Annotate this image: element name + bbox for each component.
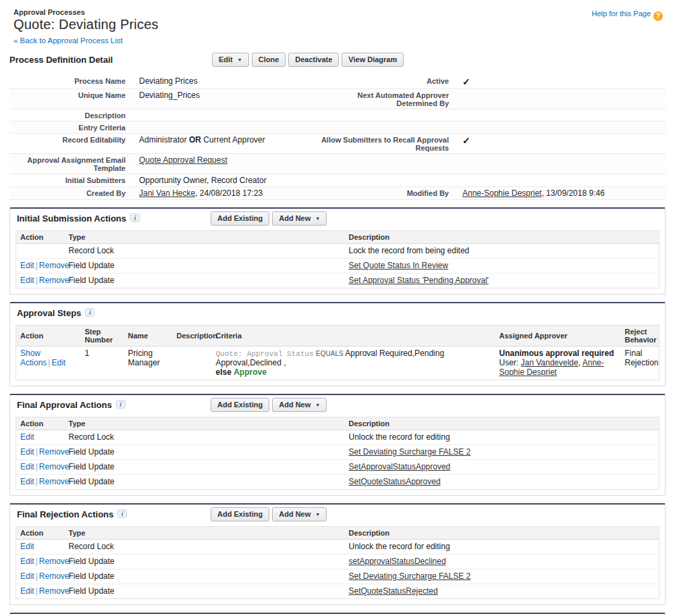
add-new-button[interactable]: Add New▼ [272,211,327,226]
created-by-value: Jani Van Hecke, 24/08/2018 17:23 [134,188,317,198]
column-header-assigned-approver: Assigned Approver [495,326,621,346]
action-description-link[interactable]: Set Approval Status 'Pending Approval' [349,276,489,285]
field-label: Description [9,111,134,120]
field-label: Active [317,76,457,85]
detail-button-group: Edit▼CloneDeactivateView Diagram [212,53,406,67]
action-description-link[interactable]: Set Deviating Surcharge FALSE 2 [349,447,471,457]
remove-link[interactable]: Remove [39,447,70,457]
column-header-name: Name [124,326,173,346]
field-row: Process Name Deviating Prices Active ✓ [9,75,666,89]
created-by-user-link[interactable]: Jani Van Hecke [139,188,195,198]
field-row: Created By Jani Van Hecke, 24/08/2018 17… [9,187,666,200]
action-type: Field Update [65,274,345,288]
field-label: Approval Assignment Email Template [9,155,134,172]
edit-link[interactable]: Edit [20,462,34,471]
action-description-link[interactable]: Set Quote Status In Review [349,261,448,270]
field-label: Record Editability [9,135,134,144]
column-header-description: Description [345,527,659,540]
column-header-action: Action [16,527,65,540]
info-icon[interactable]: i [85,308,94,317]
remove-link[interactable]: Remove [39,462,70,471]
help-link[interactable]: Help for this Page [592,9,651,18]
remove-link[interactable]: Remove [39,571,70,581]
action-type: Field Update [65,460,345,475]
unique-name-value: Deviating_Prices [134,91,317,100]
table-row: Show Actions|Edit 1 Pricing Manager Quot… [16,346,659,380]
page: Approval Processes Quote: Deviating Pric… [0,0,675,616]
field-label: Initial Submitters [9,176,134,184]
field-row: Unique Name Deviating_Prices Next Automa… [9,89,666,109]
process-definition-detail-section: Process Definition Detail Edit▼CloneDeac… [9,55,666,200]
action-description-link[interactable]: Set Deviating Surcharge FALSE 2 [349,571,471,581]
action-type: Field Update [65,259,345,274]
remove-link[interactable]: Remove [39,261,70,270]
help-question-icon[interactable]: ? [653,11,663,21]
clone-button[interactable]: Clone [252,53,286,67]
view-diagram-button[interactable]: View Diagram [342,53,404,67]
edit-button[interactable]: Edit▼ [212,53,249,67]
edit-link[interactable]: Edit [20,432,34,442]
edit-link[interactable]: Edit [20,586,34,596]
action-type: Record Lock [65,430,345,445]
column-header-type: Type [65,231,345,244]
column-header-action: Action [16,417,65,430]
page-title: Quote: Deviating Prices [14,17,666,32]
field-row: Entry Criteria [9,122,666,134]
field-label: Modified By [317,188,457,197]
approval-steps-panel: Approval Stepsi Action Step Number Name … [9,302,666,386]
add-new-button[interactable]: Add New▼ [272,507,327,521]
final-rejection-actions-panel: Final Rejection Actionsi Add ExistingAdd… [9,503,666,605]
back-to-list-link[interactable]: « Back to Approval Process List [14,36,123,45]
info-icon[interactable]: i [130,213,140,222]
field-label: Process Name [9,76,134,85]
reject-behavior: Final Rejection [621,346,659,380]
modified-by-user-link[interactable]: Anne-Sophie Despriet [462,188,541,198]
add-new-button[interactable]: Add New▼ [272,398,327,412]
edit-link[interactable]: Edit [20,542,34,551]
column-header-description: Description [345,417,659,430]
edit-link[interactable]: Edit [20,571,34,581]
remove-link[interactable]: Remove [39,477,70,486]
edit-link[interactable]: Edit [20,447,34,457]
column-header-step-number: Step Number [81,326,124,346]
add-existing-button[interactable]: Add Existing [211,507,269,521]
section-title: Initial Submission Actions [17,213,126,224]
active-checkmark-icon: ✓ [462,76,470,87]
column-header-description: Description [173,326,212,346]
section-title: Final Approval Actions [17,400,112,410]
remove-link[interactable]: Remove [39,557,70,566]
action-description-link[interactable]: SetApprovalStatusApproved [349,462,451,471]
action-description-link[interactable]: SetQuoteStatusRejected [349,586,438,596]
step-number: 1 [81,346,124,380]
action-description-link[interactable]: setApprovalStatusDeclined [349,557,446,566]
approver-user-link[interactable]: Jan Vandevelde [521,358,578,367]
final-approval-actions-table: Action Type Description Edit Record Lock… [16,417,659,490]
deactivate-button[interactable]: Deactivate [288,53,339,67]
table-row: Edit|Remove Field Update SetQuoteStatusR… [16,584,659,599]
action-type: Field Update [65,445,345,460]
edit-link[interactable]: Edit [20,276,34,285]
table-row: Edit|Remove Field Update setApprovalStat… [16,555,659,569]
info-icon[interactable]: i [116,400,126,409]
info-icon[interactable]: i [117,509,127,518]
recall-actions-panel: Recall Actionsi Add ExistingAdd New▼ Act… [9,613,666,616]
add-existing-button[interactable]: Add Existing [211,211,269,226]
edit-link[interactable]: Edit [20,557,34,566]
add-existing-button[interactable]: Add Existing [211,398,269,412]
section-title: Process Definition Detail [9,55,113,65]
remove-link[interactable]: Remove [39,276,70,285]
field-label: Next Automated Approver Determined By [317,91,457,107]
action-type: Field Update [65,569,345,584]
edit-link[interactable]: Edit [20,477,34,486]
chevron-down-icon: ▼ [315,403,320,407]
table-row: Edit|Remove Field Update Set Deviating S… [16,569,659,584]
show-actions-link[interactable]: Show Actions [20,349,47,367]
email-template-link[interactable]: Quote Approval Request [139,155,227,165]
action-type: Field Update [65,475,345,490]
edit-link[interactable]: Edit [20,261,34,270]
step-description [173,346,212,380]
action-description-link[interactable]: SetQuoteStatusApproved [349,477,441,486]
edit-link[interactable]: Edit [51,358,65,367]
remove-link[interactable]: Remove [39,586,70,596]
column-header-type: Type [65,417,345,430]
